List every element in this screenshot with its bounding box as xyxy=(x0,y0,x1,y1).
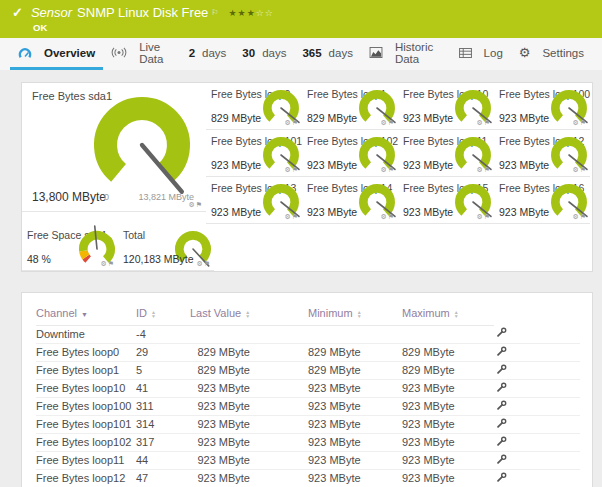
cell-maximum: 829 MByte xyxy=(402,343,494,361)
gauge-settings-icon[interactable]: ⚙ xyxy=(476,119,483,126)
gauge-pin-icon[interactable]: ⚑ xyxy=(580,119,587,126)
gauge-settings-icon[interactable]: ⚙ xyxy=(100,260,107,267)
cell-last-value xyxy=(190,325,308,343)
gauge-settings-icon[interactable]: ⚙ xyxy=(572,213,579,220)
tab-label: days xyxy=(262,47,286,59)
gauge-pin-icon[interactable]: ⚑ xyxy=(388,213,395,220)
gauge-settings-icon[interactable]: ⚙ xyxy=(284,213,291,220)
channel-settings-wrench-icon[interactable] xyxy=(496,436,507,447)
status-badge: OK xyxy=(33,22,47,33)
gauge-pin-icon[interactable]: ⚑ xyxy=(484,213,491,220)
tab-365-days[interactable]: 365 days xyxy=(294,38,360,70)
gauge-settings-icon[interactable]: ⚙ xyxy=(188,201,195,208)
cell-minimum: 923 MByte xyxy=(308,379,402,397)
page-title: SNMP Linux Disk Free xyxy=(77,5,208,20)
gauge-value: 923 MByte xyxy=(403,159,453,171)
gauge-settings-icon[interactable]: ⚙ xyxy=(284,119,291,126)
cell-channel: Free Bytes loop0 xyxy=(36,343,136,361)
gauge-value: 829 MByte xyxy=(307,112,357,124)
tab-historic-data[interactable]: Historic Data xyxy=(361,38,451,70)
cell-maximum: 923 MByte xyxy=(402,379,494,397)
gauge-settings-icon[interactable]: ⚙ xyxy=(196,260,203,267)
cell-last-value: 923 MByte xyxy=(190,469,308,487)
tab-log[interactable]: Log xyxy=(451,38,511,70)
gauge-pin-icon[interactable]: ⚑ xyxy=(292,213,299,220)
cell-minimum: 829 MByte xyxy=(308,343,402,361)
gauge-pin-icon[interactable]: ⚑ xyxy=(580,213,587,220)
cell-maximum: 923 MByte xyxy=(402,469,494,487)
gauge-settings-icon[interactable]: ⚙ xyxy=(476,213,483,220)
cell-channel: Free Bytes loop10 xyxy=(36,379,136,397)
gauge-value: 923 MByte xyxy=(403,206,453,218)
small-gauge-cell: Free Bytes loop16 923 MByte ⚙⚑ xyxy=(494,177,590,224)
cell-last-value: 923 MByte xyxy=(190,433,308,451)
channel-settings-wrench-icon[interactable] xyxy=(496,346,507,357)
tab-label: Historic Data xyxy=(395,41,443,65)
gauge-value: 829 MByte xyxy=(211,112,261,124)
cell-last-value: 923 MByte xyxy=(190,379,308,397)
cell-minimum xyxy=(308,325,402,343)
gauge-value: 923 MByte xyxy=(403,112,453,124)
channel-settings-wrench-icon[interactable] xyxy=(496,364,507,375)
tab-settings[interactable]: ⚙ Settings xyxy=(511,38,592,70)
cell-minimum: 923 MByte xyxy=(308,451,402,469)
channel-settings-wrench-icon[interactable] xyxy=(496,472,507,483)
gauge-pin-icon[interactable]: ⚑ xyxy=(292,119,299,126)
gauge-pin-icon[interactable]: ⚑ xyxy=(292,166,299,173)
table-row: Free Bytes loop102 317 923 MByte 923 MBy… xyxy=(36,433,580,451)
gauge-pin-icon[interactable]: ⚑ xyxy=(484,119,491,126)
small-gauge-cell: Free Bytes loop100 923 MByte ⚙⚑ xyxy=(494,83,590,130)
cell-last-value: 829 MByte xyxy=(190,361,308,379)
gauge-settings-icon[interactable]: ⚙ xyxy=(284,166,291,173)
priority-stars[interactable]: ★★★☆☆ xyxy=(229,8,274,18)
channel-settings-wrench-icon[interactable] xyxy=(496,327,507,338)
small-gauge-cell: Free Bytes loop11 923 MByte ⚙⚑ xyxy=(398,130,494,177)
priority-flag-icon[interactable]: ⚐ xyxy=(211,8,218,17)
gauge-pin-icon[interactable]: ⚑ xyxy=(108,260,115,267)
tab-2-days[interactable]: 2 days xyxy=(181,38,235,70)
sort-toggle-icon: ▲▼ xyxy=(245,310,250,318)
channel-settings-wrench-icon[interactable] xyxy=(496,400,507,411)
small-gauge-cell: Free Bytes loop102 923 MByte ⚙⚑ xyxy=(302,130,398,177)
small-gauges-grid: Free Bytes loop0 829 MByte ⚙⚑ Free Bytes… xyxy=(206,83,590,224)
cell-last-value: 829 MByte xyxy=(190,343,308,361)
gauge-settings-icon[interactable]: ⚙ xyxy=(572,166,579,173)
cell-minimum: 923 MByte xyxy=(308,415,402,433)
main-gauge-dial xyxy=(94,97,190,193)
gauge-settings-icon[interactable]: ⚙ xyxy=(380,166,387,173)
cell-channel: Free Bytes loop12 xyxy=(36,469,136,487)
cell-last-value: 923 MByte xyxy=(190,397,308,415)
gauge-value: 923 MByte xyxy=(499,159,549,171)
cell-minimum: 923 MByte xyxy=(308,397,402,415)
gauge-pin-icon[interactable]: ⚑ xyxy=(204,260,211,267)
gauge-settings-icon[interactable]: ⚙ xyxy=(380,119,387,126)
small-gauge-cell: Free Bytes loop1 829 MByte ⚙⚑ xyxy=(302,83,398,130)
gauge-icon xyxy=(18,47,32,59)
gauge-pin-icon[interactable]: ⚑ xyxy=(196,201,203,208)
tab-label: Overview xyxy=(44,47,95,59)
tab-30-days[interactable]: 30 days xyxy=(234,38,294,70)
column-header[interactable]: Channel▼▲▼ xyxy=(36,301,136,325)
cell-channel: Downtime xyxy=(36,325,136,343)
channel-table-panel: Channel▼▲▼ ID▼▲▼ Last Value▼▲▼ Minimum▼▲… xyxy=(21,292,593,487)
gauge-settings-icon[interactable]: ⚙ xyxy=(476,166,483,173)
channel-table: Channel▼▲▼ ID▼▲▼ Last Value▼▲▼ Minimum▼▲… xyxy=(36,301,580,487)
gauge-pin-icon[interactable]: ⚑ xyxy=(580,166,587,173)
column-header[interactable]: ID▼▲▼ xyxy=(136,301,190,325)
gauge-value: 923 MByte xyxy=(211,206,261,218)
gauge-settings-icon[interactable]: ⚙ xyxy=(380,213,387,220)
cell-last-value: 923 MByte xyxy=(190,415,308,433)
cell-minimum: 923 MByte xyxy=(308,433,402,451)
gauge-settings-icon[interactable]: ⚙ xyxy=(572,119,579,126)
gauge-pin-icon[interactable]: ⚑ xyxy=(388,166,395,173)
channel-settings-wrench-icon[interactable] xyxy=(496,418,507,429)
column-header[interactable]: Minimum▼▲▼ xyxy=(308,301,402,325)
column-header[interactable]: Last Value▼▲▼ xyxy=(190,301,308,325)
tab-overview[interactable]: Overview xyxy=(10,38,103,70)
tab-live-data[interactable]: Live Data xyxy=(103,38,180,70)
gauge-pin-icon[interactable]: ⚑ xyxy=(388,119,395,126)
channel-settings-wrench-icon[interactable] xyxy=(496,382,507,393)
column-header[interactable]: Maximum▼▲▼ xyxy=(402,301,494,325)
gauge-pin-icon[interactable]: ⚑ xyxy=(484,166,491,173)
channel-settings-wrench-icon[interactable] xyxy=(496,454,507,465)
